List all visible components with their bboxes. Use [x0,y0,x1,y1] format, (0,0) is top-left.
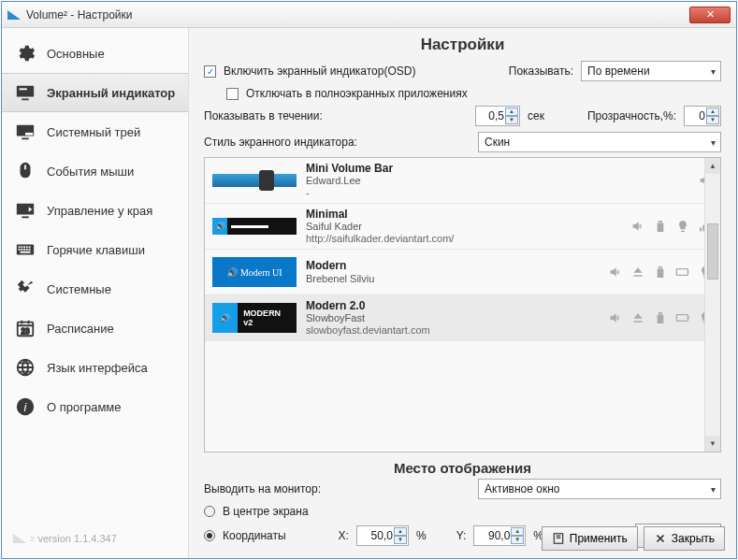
sidebar-item-6[interactable]: Системные [2,269,188,309]
skin-feature-icons [630,219,713,234]
skin-item[interactable]: 🔊MODERN v2Modern 2.0SlowboyFastslowboyfa… [205,295,720,341]
show-mode-select[interactable]: По времени [581,61,721,81]
skin-item[interactable]: 🔊MinimalSaiful Kaderhttp://saifulkader.d… [205,204,720,250]
sidebar-item-5[interactable]: Горячие клавиши [2,230,188,269]
monitor-icon [13,82,37,103]
svg-rect-6 [19,246,21,248]
sidebar-item-label: Экранный индикатор [47,86,175,100]
scrollbar[interactable]: ▲ ▼ [704,158,720,452]
sidebar-item-label: Управление у края [47,204,152,218]
skin-author: Edward.Lee [306,175,393,187]
center-screen-label: В центре экрана [223,505,309,518]
scroll-thumb[interactable] [707,223,718,280]
skin-author: SlowboyFast [306,312,430,324]
skin-feature-icons [608,265,713,280]
sidebar-item-3[interactable]: События мыши [2,151,188,191]
sidebar-item-label: Системные [47,282,111,296]
skin-name: Modern 2.0 [306,299,430,312]
svg-rect-9 [26,246,28,248]
enable-osd-checkbox[interactable]: ✓ [204,65,216,78]
skin-preview: 🔊 [212,211,297,241]
sidebar-item-1[interactable]: Экранный индикатор [2,73,188,112]
svg-text:23: 23 [21,327,30,336]
duration-input[interactable]: 0,5▲▼ [475,106,520,126]
duration-unit: сек [528,109,544,122]
style-label: Стиль экранного индикатора: [204,136,357,149]
scroll-up-icon[interactable]: ▲ [705,158,720,174]
skin-preview: 🔊 Modern UI [212,257,297,287]
sidebar-item-8[interactable]: Язык интерфейса [2,348,188,387]
sidebar-item-label: Язык интерфейса [47,361,148,375]
skin-url: http://saifulkader.deviantart.com/ [306,233,454,245]
skin-author: Saiful Kader [306,221,454,233]
center-screen-radio[interactable] [204,506,215,517]
svg-rect-0 [17,86,34,97]
info-icon: i [13,396,37,417]
svg-rect-14 [26,249,28,251]
skin-preview: 🔊MODERN v2 [212,303,297,333]
sidebar-item-9[interactable]: iО программе [2,387,188,426]
monitor-select[interactable]: Активное окно [478,479,721,499]
sidebar-item-label: Расписание [47,322,114,336]
page-title: Настройки [204,36,721,54]
sidebar-item-0[interactable]: Основные [2,34,188,73]
keyboard-icon [13,239,37,260]
mouse-icon [13,161,37,181]
apply-icon [552,532,565,545]
sidebar-item-4[interactable]: Управление у края [2,191,188,230]
close-button[interactable]: Закрыть [644,526,725,551]
svg-rect-27 [676,315,687,322]
skin-list[interactable]: Mini Volume BarEdward.Lee-🔊MinimalSaiful… [204,157,721,452]
sidebar-item-label: Системный трей [47,125,140,139]
sidebar-item-label: Основные [47,47,105,61]
sidebar-item-label: О программе [47,400,122,414]
tray-icon [13,122,37,142]
disable-fullscreen-checkbox[interactable] [226,88,239,100]
window-title: Volume² - Настройки [26,8,133,22]
close-window-button[interactable]: ✕ [689,7,731,23]
logo-icon [13,534,26,543]
disable-fullscreen-label: Отключать в полноэкранных приложениях [246,87,468,100]
skin-item[interactable]: 🔊 Modern UIModernBrebenel Silviu [205,250,720,295]
svg-rect-16 [21,251,31,253]
sidebar-item-2[interactable]: Системный трей [2,112,188,151]
skin-name: Minimal [306,208,454,221]
opacity-input[interactable]: 0▲▼ [684,106,721,126]
monitor-label: Выводить на монитор: [204,482,321,495]
scroll-down-icon[interactable]: ▼ [705,436,720,452]
svg-rect-12 [21,249,22,251]
style-select[interactable]: Скин [478,132,721,152]
svg-rect-15 [29,249,31,251]
skin-feature-icons [608,310,713,325]
svg-rect-26 [676,269,687,276]
svg-rect-1 [20,88,27,90]
globe-icon [13,357,37,378]
opacity-label: Прозрачность,%: [587,109,676,122]
calendar-icon: 23 [13,318,37,338]
tools-icon [13,279,37,299]
sidebar-item-7[interactable]: 23Расписание [2,309,188,348]
skin-url: - [306,187,393,199]
skin-author: Brebenel Silviu [306,273,374,285]
sidebar-item-label: Горячие клавиши [47,243,145,257]
show-mode-label: Показывать: [509,65,573,78]
skin-item[interactable]: Mini Volume BarEdward.Lee- [205,158,720,204]
sidebar: ОсновныеЭкранный индикаторСистемный трей… [2,28,189,558]
gear-icon [13,43,37,64]
skin-url: slowboyfast.deviantart.com [306,324,430,337]
enable-osd-label: Включить экранный индикатор(OSD) [224,65,415,78]
svg-rect-11 [19,249,21,251]
svg-rect-22 [700,227,702,231]
version-label: 2 version 1.1.4.347 [13,533,117,544]
position-section-title: Место отображения [204,460,721,476]
skin-preview [212,165,297,195]
titlebar: Volume² - Настройки ✕ [2,2,736,28]
apply-button[interactable]: Применить [542,526,638,551]
app-logo-icon [7,10,21,20]
svg-rect-10 [29,246,31,248]
skin-name: Mini Volume Bar [306,162,393,175]
sidebar-item-label: События мыши [47,165,134,179]
skin-name: Modern [306,259,374,272]
svg-rect-8 [23,246,25,248]
edge-icon [13,200,37,221]
